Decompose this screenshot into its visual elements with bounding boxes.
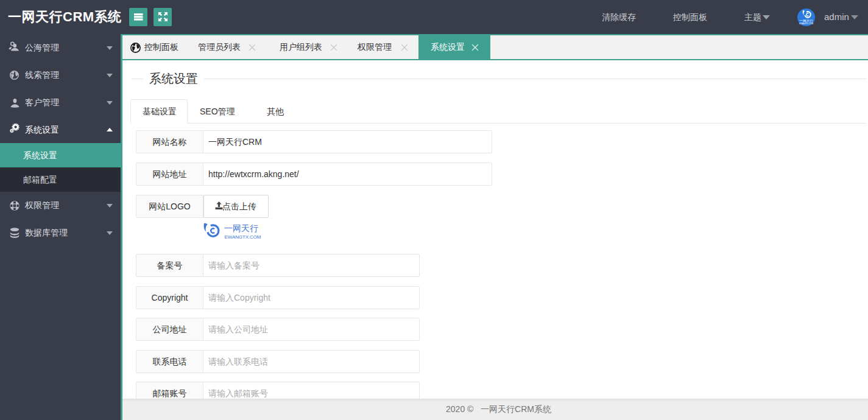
svg-text:EWANGTX.COM: EWANGTX.COM	[799, 23, 813, 25]
